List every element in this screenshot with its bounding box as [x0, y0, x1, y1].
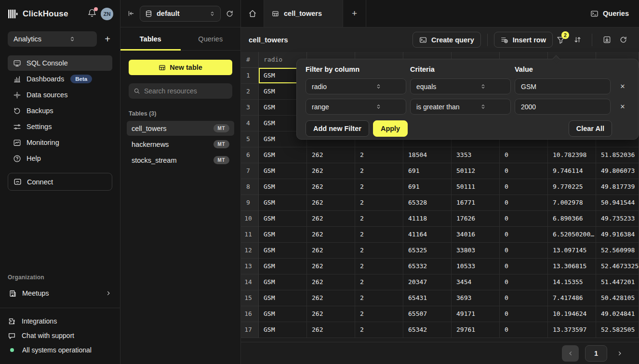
sidebar-item-data-sources[interactable]: Data sources: [8, 87, 112, 103]
table-cell[interactable]: 49.806073: [596, 163, 639, 179]
notifications-button[interactable]: [88, 9, 96, 19]
table-cell[interactable]: 2: [355, 306, 403, 322]
table-cell[interactable]: 0: [500, 259, 548, 274]
table-cell[interactable]: 13.373597: [548, 322, 596, 338]
table-cell[interactable]: 0: [500, 243, 548, 259]
table-cell[interactable]: 65325: [403, 243, 452, 259]
add-workspace-button[interactable]: +: [103, 34, 112, 45]
table-cell[interactable]: GSM: [259, 259, 307, 274]
sort-button[interactable]: [569, 32, 586, 48]
table-cell[interactable]: 2: [355, 147, 403, 163]
table-item-stocks_stream[interactable]: stocks_streamMT: [127, 153, 234, 168]
table-cell[interactable]: 0: [500, 274, 548, 290]
table-cell[interactable]: 262: [307, 306, 355, 322]
table-cell[interactable]: 262: [307, 227, 355, 243]
table-cell[interactable]: 262: [307, 211, 355, 227]
table-cell[interactable]: 49.735233: [596, 211, 639, 227]
table-cell[interactable]: 17626: [452, 211, 500, 227]
table-cell[interactable]: 262: [307, 290, 355, 306]
sidebar-item-monitoring[interactable]: Monitoring: [8, 135, 112, 150]
table-cell[interactable]: 9.746114: [548, 163, 596, 179]
table-cell[interactable]: 51.852036: [596, 147, 639, 163]
sidebar-item-help[interactable]: Help: [8, 151, 112, 166]
filter-button[interactable]: 2: [553, 32, 569, 48]
table-cell[interactable]: GSM: [259, 179, 307, 195]
next-page-button[interactable]: [613, 345, 626, 362]
table-cell[interactable]: GSM: [259, 322, 307, 338]
table-cell[interactable]: 52.560998: [596, 243, 639, 259]
table-cell[interactable]: 10.194624: [548, 306, 596, 322]
explorer-tab-tables[interactable]: Tables: [120, 27, 181, 50]
refresh-tables-icon[interactable]: [226, 10, 234, 18]
table-cell[interactable]: 262: [307, 179, 355, 195]
filter-criteria-select[interactable]: equals: [410, 78, 511, 94]
table-cell[interactable]: 9.770225: [548, 179, 596, 195]
filter-value-input[interactable]: [515, 99, 611, 115]
footer-item-all-systems-operational[interactable]: All systems operational: [8, 343, 112, 357]
org-item-meetups[interactable]: Meetups: [8, 286, 112, 301]
refresh-data-button[interactable]: [615, 32, 631, 48]
tab-cell-towers[interactable]: cell_towers: [264, 0, 343, 27]
remove-filter-button[interactable]: ✕: [614, 83, 631, 90]
column-header[interactable]: #: [241, 52, 259, 68]
search-input[interactable]: [144, 87, 227, 95]
table-cell[interactable]: 0: [500, 227, 548, 243]
filter-criteria-select[interactable]: is greater than: [410, 99, 511, 115]
table-cell[interactable]: GSM: [259, 274, 307, 290]
sidebar-item-sql-console[interactable]: SQL Console: [8, 55, 112, 71]
table-cell[interactable]: GSM: [259, 211, 307, 227]
table-cell[interactable]: 262: [307, 163, 355, 179]
clear-all-filters-button[interactable]: Clear All: [569, 120, 612, 137]
table-cell[interactable]: 262: [307, 195, 355, 211]
table-cell[interactable]: 0: [500, 322, 548, 338]
avatar[interactable]: ZN: [101, 8, 113, 20]
table-cell[interactable]: GSM: [259, 243, 307, 259]
table-cell[interactable]: 13.097145: [548, 243, 596, 259]
workspace-select[interactable]: Analytics: [8, 31, 97, 47]
table-cell[interactable]: 2: [355, 259, 403, 274]
table-cell[interactable]: 10533: [452, 259, 500, 274]
table-cell[interactable]: 0: [500, 179, 548, 195]
table-cell[interactable]: 2: [355, 179, 403, 195]
table-cell[interactable]: 262: [307, 259, 355, 274]
home-button[interactable]: [241, 0, 264, 27]
table-cell[interactable]: 7.417486: [548, 290, 596, 306]
footer-item-chat-with-support[interactable]: Chat with support: [8, 328, 112, 343]
new-tab-button[interactable]: +: [343, 0, 366, 27]
filter-column-select[interactable]: radio: [306, 78, 406, 94]
table-cell[interactable]: 262: [307, 274, 355, 290]
sidebar-item-backups[interactable]: Backups: [8, 103, 112, 118]
table-cell[interactable]: 0: [500, 163, 548, 179]
table-cell[interactable]: 50.428105: [596, 290, 639, 306]
add-filter-button[interactable]: Add new Filter: [306, 120, 369, 137]
table-cell[interactable]: 20347: [403, 274, 452, 290]
table-cell[interactable]: 14.15355: [548, 274, 596, 290]
table-cell[interactable]: GSM: [259, 227, 307, 243]
table-cell[interactable]: 65507: [403, 306, 452, 322]
table-cell[interactable]: 262: [307, 243, 355, 259]
table-cell[interactable]: 49.024841: [596, 306, 639, 322]
queries-button[interactable]: Queries: [580, 0, 639, 27]
prev-page-button[interactable]: [562, 345, 579, 362]
create-query-button[interactable]: Create query: [413, 32, 481, 48]
table-cell[interactable]: 52.4673325: [596, 259, 639, 274]
database-select[interactable]: default: [140, 6, 221, 22]
table-cell[interactable]: 29761: [452, 322, 500, 338]
table-item-hackernews[interactable]: hackernewsMT: [127, 137, 234, 152]
table-cell[interactable]: 65431: [403, 290, 452, 306]
table-cell[interactable]: 2: [355, 195, 403, 211]
table-cell[interactable]: 2: [355, 322, 403, 338]
table-cell[interactable]: 52.582505: [596, 322, 639, 338]
table-cell[interactable]: 7.002978: [548, 195, 596, 211]
table-cell[interactable]: 2: [355, 290, 403, 306]
table-cell[interactable]: 0: [500, 147, 548, 163]
connect-button[interactable]: Connect: [8, 173, 112, 191]
table-cell[interactable]: 49.916384: [596, 227, 639, 243]
table-cell[interactable]: 262: [307, 322, 355, 338]
sidebar-item-dashboards[interactable]: DashboardsBeta: [8, 71, 112, 87]
table-cell[interactable]: 3353: [452, 147, 500, 163]
table-cell[interactable]: 0: [500, 306, 548, 322]
table-item-cell_towers[interactable]: cell_towersMT: [127, 121, 234, 136]
collapse-panel-icon[interactable]: [127, 10, 135, 17]
table-cell[interactable]: 65328: [403, 195, 452, 211]
